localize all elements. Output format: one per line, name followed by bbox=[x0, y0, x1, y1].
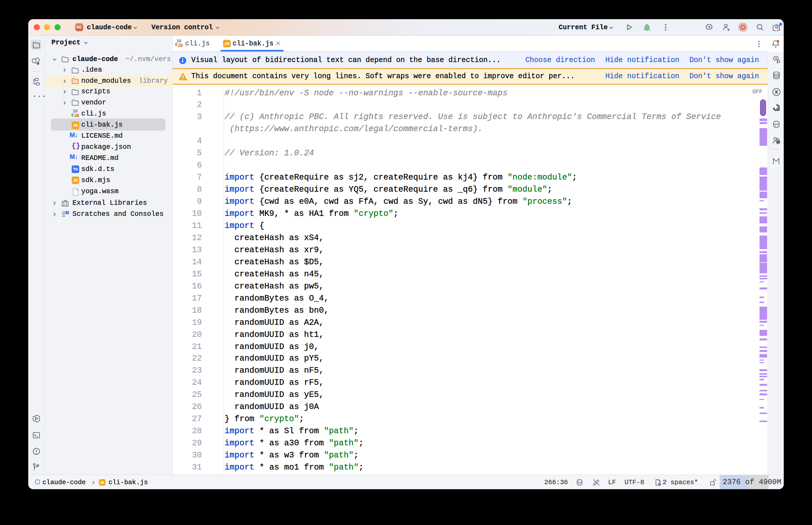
svg-text:?: ? bbox=[37, 62, 39, 65]
